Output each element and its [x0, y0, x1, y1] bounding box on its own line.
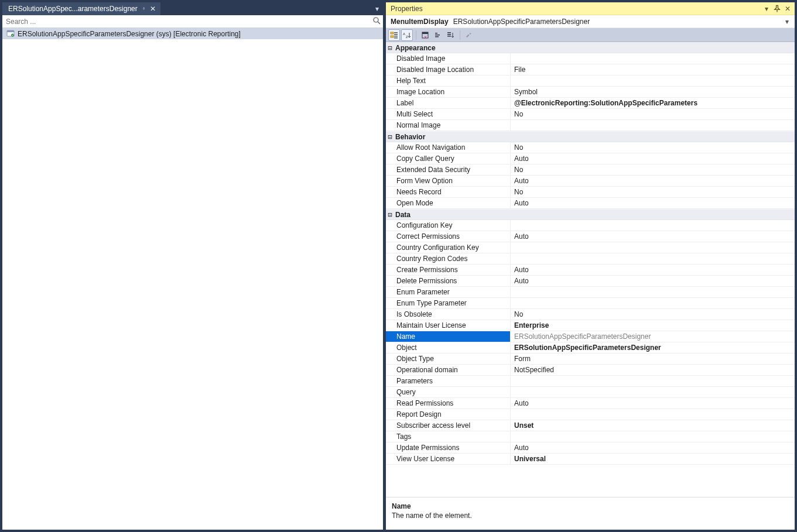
property-row[interactable]: Maintain User LicenseEnterprise [386, 320, 795, 331]
property-value[interactable]: Auto [511, 153, 795, 164]
object-selector[interactable]: MenuItemDisplay ERSolutionAppSpecificPar… [386, 15, 795, 28]
property-row[interactable]: Form View OptionAuto [386, 176, 795, 187]
property-value[interactable]: Auto [511, 176, 795, 186]
categorized-icon[interactable] [388, 29, 400, 41]
property-row[interactable]: Disabled Image LocationFile [386, 64, 795, 75]
property-value[interactable] [511, 287, 795, 297]
property-value[interactable]: Auto [511, 398, 795, 409]
property-grid[interactable]: ⊟AppearanceDisabled ImageDisabled Image … [386, 42, 795, 497]
property-value[interactable]: No [511, 187, 795, 197]
property-row[interactable]: Open ModeAuto [386, 198, 795, 209]
property-value[interactable]: Universal [511, 454, 795, 464]
property-row[interactable]: Allow Root NavigationNo [386, 142, 795, 153]
properties-titlebar: Properties ▾ ✕ [386, 2, 795, 15]
collapse-icon[interactable]: ⊟ [386, 211, 394, 219]
extensions-icon[interactable] [432, 29, 444, 41]
tree-root-item[interactable]: ERSolutionAppSpecificParametersDesigner … [2, 28, 383, 39]
collapse-icon[interactable]: ⊟ [386, 44, 394, 52]
property-value[interactable]: File [511, 64, 795, 75]
document-tab[interactable]: ERSolutionAppSpec...arametersDesigner ✕ [2, 2, 160, 15]
window-position-icon[interactable]: ▾ [762, 4, 771, 13]
property-value[interactable]: No [511, 142, 795, 153]
property-value[interactable]: Auto [511, 231, 795, 242]
property-value[interactable]: Unset [511, 420, 795, 431]
wrench-icon[interactable] [463, 29, 475, 41]
property-value[interactable] [511, 220, 795, 231]
search-input[interactable] [2, 18, 370, 26]
property-row[interactable]: Operational domainNotSpecified [386, 365, 795, 376]
property-value[interactable]: ERSolutionAppSpecificParametersDesigner [511, 331, 795, 342]
property-value[interactable] [511, 253, 795, 264]
property-row[interactable]: Enum Type Parameter [386, 298, 795, 309]
property-row[interactable]: Multi SelectNo [386, 109, 795, 120]
property-value[interactable] [511, 431, 795, 442]
property-row[interactable]: View User LicenseUniversal [386, 454, 795, 465]
property-row[interactable]: Is ObsoleteNo [386, 309, 795, 320]
property-value[interactable] [511, 75, 795, 86]
close-icon[interactable]: ✕ [150, 5, 156, 13]
alphabetical-icon[interactable]: AZ [401, 29, 413, 41]
property-value[interactable] [511, 120, 795, 131]
property-row[interactable]: ObjectERSolutionAppSpecificParametersDes… [386, 342, 795, 353]
property-value[interactable]: Enterprise [511, 320, 795, 331]
property-row[interactable]: Disabled Image [386, 53, 795, 64]
property-row[interactable]: Read PermissionsAuto [386, 398, 795, 409]
property-row[interactable]: Tags [386, 431, 795, 442]
properties-title-label: Properties [391, 5, 761, 13]
category-row[interactable]: ⊟Behavior [386, 131, 795, 142]
property-row[interactable]: Extended Data SecurityNo [386, 164, 795, 176]
property-value[interactable]: Auto [511, 442, 795, 453]
property-value[interactable]: No [511, 309, 795, 320]
property-value[interactable]: Symbol [511, 87, 795, 97]
property-value[interactable]: Auto [511, 276, 795, 286]
property-value[interactable] [511, 298, 795, 308]
property-value[interactable]: Auto [511, 265, 795, 275]
close-panel-icon[interactable]: ✕ [783, 4, 792, 13]
property-value[interactable] [511, 387, 795, 397]
chevron-down-icon[interactable]: ▾ [783, 18, 791, 26]
tab-overflow-icon[interactable]: ▾ [371, 2, 383, 15]
property-row[interactable]: NameERSolutionAppSpecificParametersDesig… [386, 331, 795, 342]
property-row[interactable]: Enum Parameter [386, 287, 795, 298]
autohide-pin-icon[interactable] [772, 4, 782, 13]
category-row[interactable]: ⊟Appearance [386, 42, 795, 53]
property-row[interactable]: Parameters [386, 376, 795, 387]
property-row[interactable]: Normal Image [386, 120, 795, 131]
property-row[interactable]: Create PermissionsAuto [386, 265, 795, 276]
property-row[interactable]: Object TypeForm [386, 353, 795, 365]
property-value[interactable]: Form [511, 353, 795, 364]
property-value[interactable]: No [511, 164, 795, 175]
property-row[interactable]: Delete PermissionsAuto [386, 276, 795, 287]
property-row[interactable]: Country Configuration Key [386, 242, 795, 253]
category-row[interactable]: ⊟Data [386, 209, 795, 220]
propertypages-icon[interactable] [419, 29, 431, 41]
property-row[interactable]: Query [386, 387, 795, 398]
property-row[interactable]: Configuration Key [386, 220, 795, 231]
property-value[interactable]: ERSolutionAppSpecificParametersDesigner [511, 342, 795, 353]
property-name: Disabled Image [386, 53, 511, 64]
property-value[interactable] [511, 409, 795, 420]
property-value[interactable]: No [511, 109, 795, 119]
property-value[interactable]: @ElectronicReporting:SolutionAppSpecific… [511, 98, 795, 108]
property-row[interactable]: Report Design [386, 409, 795, 420]
pin-icon[interactable] [142, 7, 145, 10]
events-icon[interactable] [445, 29, 457, 41]
property-row[interactable]: Label@ElectronicReporting:SolutionAppSpe… [386, 98, 795, 109]
property-name: Update Permissions [386, 442, 511, 453]
collapse-icon[interactable]: ⊟ [386, 133, 394, 141]
property-row[interactable]: Help Text [386, 75, 795, 87]
property-value[interactable] [511, 53, 795, 64]
property-row[interactable]: Correct PermissionsAuto [386, 231, 795, 242]
property-row[interactable]: Country Region Codes [386, 253, 795, 265]
property-name: Form View Option [386, 176, 511, 186]
property-value[interactable] [511, 376, 795, 386]
property-row[interactable]: Subscriber access levelUnset [386, 420, 795, 431]
property-row[interactable]: Image LocationSymbol [386, 87, 795, 98]
property-row[interactable]: Needs RecordNo [386, 187, 795, 198]
property-row[interactable]: Update PermissionsAuto [386, 442, 795, 454]
property-value[interactable] [511, 242, 795, 253]
property-row[interactable]: Copy Caller QueryAuto [386, 153, 795, 164]
property-value[interactable]: NotSpecified [511, 365, 795, 375]
property-value[interactable]: Auto [511, 198, 795, 208]
search-icon[interactable] [370, 16, 383, 26]
